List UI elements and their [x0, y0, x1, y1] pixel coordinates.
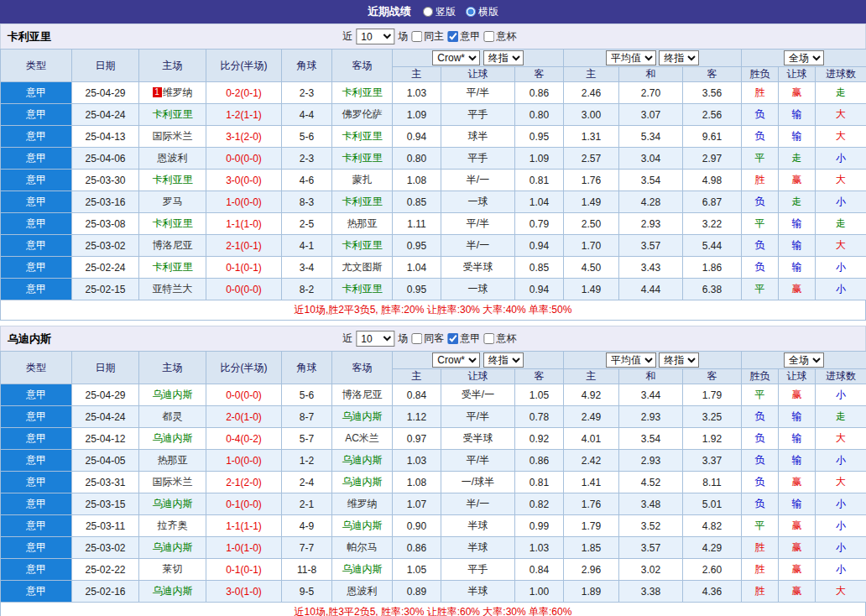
home-team-cell[interactable]: 乌迪内斯: [139, 493, 206, 515]
match-count-select[interactable]: 10: [356, 29, 394, 44]
away-team-cell[interactable]: 乌迪内斯: [332, 406, 393, 428]
same-venue-checkbox[interactable]: [411, 333, 422, 344]
home-team-cell[interactable]: 国际米兰: [139, 126, 206, 148]
avg-draw-cell: 3.43: [619, 257, 683, 279]
home-team-name: 乌迪内斯: [153, 498, 193, 509]
results-body: 意甲 25-04-29 乌迪内斯 0-0(0-0) 5-6 博洛尼亚 0.84 …: [1, 384, 866, 603]
filter-checkbox-same-venue[interactable]: 同主: [411, 29, 444, 44]
home-team-cell[interactable]: 罗马: [139, 191, 206, 213]
col-header-corner: 角球: [282, 50, 332, 82]
serie-a-checkbox[interactable]: [447, 31, 458, 42]
handicap-cell: 受半球: [441, 428, 515, 450]
goals-result-cell: 大: [816, 170, 866, 191]
score-cell: 1-0(0-0): [206, 450, 282, 472]
away-team-cell[interactable]: 蒙扎: [332, 170, 393, 191]
handicap-result-cell: 赢: [779, 279, 816, 300]
home-team-cell[interactable]: 乌迪内斯: [139, 384, 206, 406]
avg-draw-cell: 3.44: [619, 384, 683, 406]
away-team-cell[interactable]: 乌迪内斯: [332, 515, 393, 537]
away-team-cell[interactable]: 卡利亚里: [332, 191, 393, 213]
score-cell: 1-2(1-1): [206, 104, 282, 126]
home-team-cell[interactable]: 乌迪内斯: [139, 537, 206, 559]
away-team-cell[interactable]: 卡利亚里: [332, 235, 393, 257]
avg-draw-cell: 3.02: [619, 559, 683, 581]
home-team-cell[interactable]: 卡利亚里: [139, 213, 206, 235]
away-team-cell[interactable]: 乌迪内斯: [332, 559, 393, 581]
away-team-cell[interactable]: 博洛尼亚: [332, 384, 393, 406]
away-team-cell[interactable]: AC米兰: [332, 428, 393, 450]
home-team-cell[interactable]: 1维罗纳: [139, 82, 206, 104]
home-team-cell[interactable]: 卡利亚里: [139, 257, 206, 279]
filter-checkbox-same-venue[interactable]: 同客: [411, 331, 444, 346]
col-header-corner: 角球: [282, 352, 332, 384]
away-team-cell[interactable]: 佛罗伦萨: [332, 104, 393, 126]
layout-option-vertical[interactable]: 竖版: [423, 5, 456, 19]
odds-source-time-select[interactable]: 终指: [483, 50, 524, 65]
filter-checkbox-serie-a[interactable]: 意甲: [447, 29, 480, 44]
away-team-cell[interactable]: 恩波利: [332, 581, 393, 603]
away-team-name: AC米兰: [345, 432, 379, 444]
corner-cell: 5-6: [282, 126, 332, 148]
date-cell: 25-04-06: [72, 148, 139, 170]
away-team-cell[interactable]: 乌迪内斯: [332, 450, 393, 472]
home-team-cell[interactable]: 卡利亚里: [139, 104, 206, 126]
away-team-cell[interactable]: 卡利亚里: [332, 148, 393, 170]
home-team-cell[interactable]: 乌迪内斯: [139, 581, 206, 603]
home-team-cell[interactable]: 亚特兰大: [139, 279, 206, 300]
match-count-select[interactable]: 10: [356, 331, 394, 347]
home-team-cell[interactable]: 恩波利: [139, 148, 206, 170]
coppa-checkbox[interactable]: [483, 333, 494, 344]
date-cell: 25-03-08: [72, 213, 139, 235]
result-cell: 胜: [742, 581, 779, 603]
avg-away-cell: 5.44: [683, 235, 742, 257]
odds-source-select[interactable]: Crow*: [432, 50, 480, 65]
odds-away-cell: 0.86: [515, 82, 564, 104]
coppa-checkbox[interactable]: [483, 31, 494, 42]
odds-source-group: Crow* 终指: [393, 352, 564, 369]
layout-option-horizontal[interactable]: 横版: [466, 5, 498, 19]
serie-a-checkbox[interactable]: [447, 333, 458, 344]
odds-away-cell: 0.99: [515, 515, 564, 537]
avg-odds-select[interactable]: 平均值: [606, 50, 656, 65]
same-venue-checkbox[interactable]: [411, 31, 422, 42]
scope-select[interactable]: 全场: [784, 352, 824, 368]
filter-checkbox-coppa[interactable]: 意杯: [483, 331, 516, 346]
filter-checkbox-serie-a[interactable]: 意甲: [447, 331, 480, 346]
odds-source-time-select[interactable]: 终指: [483, 352, 524, 368]
handicap-cell: 平/半: [441, 406, 515, 428]
vertical-layout-radio[interactable]: [423, 7, 433, 17]
home-team-cell[interactable]: 博洛尼亚: [139, 235, 206, 257]
home-team-cell[interactable]: 乌迪内斯: [139, 428, 206, 450]
away-team-cell[interactable]: 乌迪内斯: [332, 472, 393, 493]
date-cell: 25-03-31: [72, 472, 139, 493]
away-team-cell[interactable]: 热那亚: [332, 213, 393, 235]
away-team-cell[interactable]: 尤文图斯: [332, 257, 393, 279]
avg-odds-time-select[interactable]: 终指: [659, 50, 699, 65]
horizontal-layout-radio[interactable]: [466, 7, 476, 17]
home-team-cell[interactable]: 卡利亚里: [139, 170, 206, 191]
scope-select[interactable]: 全场: [784, 50, 824, 65]
home-team-cell[interactable]: 都灵: [139, 406, 206, 428]
league-cell: 意甲: [1, 279, 72, 300]
topbar: 近期战绩 竖版 横版: [0, 0, 866, 23]
away-team-cell[interactable]: 卡利亚里: [332, 82, 393, 104]
home-team-cell[interactable]: 拉齐奥: [139, 515, 206, 537]
col-header-avg-draw: 和: [619, 67, 683, 82]
home-team-cell[interactable]: 热那亚: [139, 450, 206, 472]
results-table: 类型 日期 主场 比分(半场) 角球 客场 Crow* 终指: [0, 49, 866, 300]
away-team-cell[interactable]: 卡利亚里: [332, 279, 393, 300]
league-cell: 意甲: [1, 559, 72, 581]
away-team-cell[interactable]: 卡利亚里: [332, 126, 393, 148]
away-team-cell[interactable]: 维罗纳: [332, 493, 393, 515]
avg-odds-select[interactable]: 平均值: [606, 352, 656, 368]
filter-checkbox-coppa[interactable]: 意杯: [483, 29, 516, 44]
away-team-cell[interactable]: 帕尔马: [332, 537, 393, 559]
corner-cell: 2-1: [282, 493, 332, 515]
home-team-cell[interactable]: 莱切: [139, 559, 206, 581]
col-header-handicap-result: 让球: [779, 67, 816, 82]
away-team-name: 卡利亚里: [342, 196, 383, 207]
odds-source-group: Crow* 终指: [393, 50, 564, 67]
avg-odds-time-select[interactable]: 终指: [659, 352, 699, 368]
home-team-cell[interactable]: 国际米兰: [139, 472, 206, 493]
odds-source-select[interactable]: Crow*: [432, 352, 480, 368]
